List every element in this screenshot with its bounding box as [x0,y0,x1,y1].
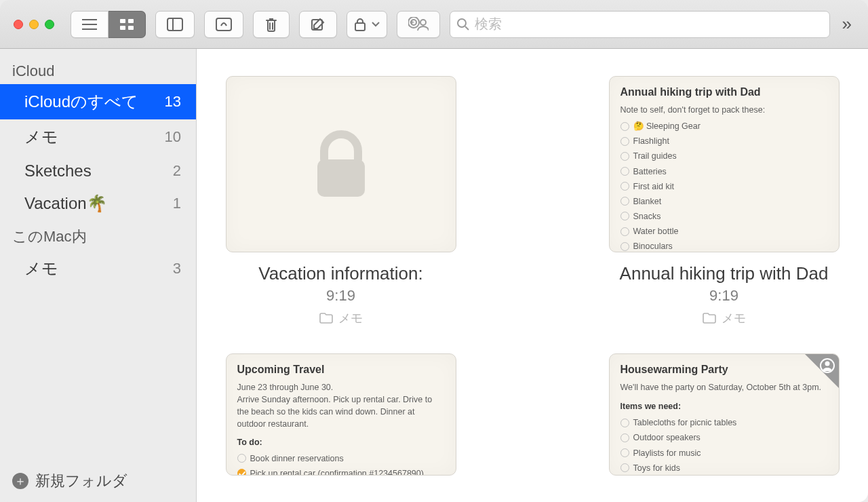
sidebar-section-header: このMac内 [0,220,196,251]
svg-rect-9 [216,18,231,31]
list-view-button[interactable] [71,11,108,38]
compose-note-button[interactable] [299,11,337,38]
note-folder: メモ [703,310,746,326]
lock-icon [354,18,366,31]
folder-count: 2 [173,162,181,180]
note-card-locked [226,76,456,252]
note-card: Annual hiking trip with Dad Note to self… [609,76,840,252]
sidebar-folder-local-notes[interactable]: メモ 3 [0,251,196,286]
card-checklist: 🤔 Sleeping Gear Flashlight Trail guides … [620,119,828,252]
svg-point-15 [420,20,426,25]
list-icon [82,18,97,31]
notes-grid: Vacation information: 9:19 メモ Annual hik… [197,49,868,502]
add-person-icon: + [408,17,429,32]
svg-rect-6 [128,26,134,30]
card-subhead: To do: [237,438,262,447]
plus-circle-icon: ＋ [12,473,28,489]
attachments-button[interactable] [204,11,243,38]
note-title: Vacation information: [258,263,422,284]
note-tile[interactable]: Upcoming Travel June 23 through June 30.… [224,353,458,476]
search-icon [457,18,469,31]
svg-point-16 [458,19,466,27]
sidebar: iCloud iCloudのすべて 13 メモ 10 Sketches 2 Va… [0,49,197,502]
folder-label: iCloudのすべて [24,91,138,113]
sidebar-folder-notes[interactable]: メモ 10 [0,119,196,155]
folder-icon [703,313,716,324]
close-window-button[interactable] [14,20,23,29]
search-field[interactable] [450,11,830,38]
lock-icon [311,127,372,201]
folder-label: メモ [24,126,58,148]
lock-note-button[interactable] [347,11,387,38]
folder-label: Vacation🌴 [24,194,107,213]
svg-point-20 [825,362,829,366]
chevrons-right-icon: » [842,14,852,34]
search-input[interactable] [475,16,823,32]
card-body-line: Arrive Sunday afternoon. Pick up rental … [237,393,445,430]
note-folder: メモ [319,310,363,326]
window-controls [14,20,54,29]
grid-view-button[interactable] [108,11,146,38]
sidebar-folder-sketches[interactable]: Sketches 2 [0,155,196,187]
folder-label: メモ [24,258,58,279]
note-card: Upcoming Travel June 23 through June 30.… [226,353,456,476]
svg-rect-18 [317,159,365,197]
sidebar-icon [167,18,183,31]
note-tile[interactable]: Housewarming Party We'll have the party … [607,353,841,476]
new-folder-button[interactable]: ＋ 新規フォルダ [0,460,196,502]
svg-text:+: + [410,18,414,27]
card-title: Housewarming Party [620,364,828,376]
card-title: Annual hiking trip with Dad [620,86,828,98]
card-checklist: Book dinner reservations Pick up rental … [237,451,445,476]
sidebar-folder-vacation[interactable]: Vacation🌴 1 [0,187,196,220]
note-tile[interactable]: Annual hiking trip with Dad Note to self… [607,76,841,326]
folder-count: 3 [173,260,181,277]
collaborate-button[interactable]: + [397,11,440,38]
svg-line-17 [465,26,469,30]
toolbar-overflow-button[interactable]: » [840,14,854,35]
svg-rect-4 [128,19,134,23]
compose-icon [311,17,326,32]
note-time: 9:19 [709,287,738,305]
card-body-line: We'll have the party on Saturday, Octobe… [620,381,828,393]
card-title: Upcoming Travel [237,364,445,376]
note-card: Housewarming Party We'll have the party … [609,353,840,476]
paperclip-icon [216,18,232,31]
card-subhead: Items we need: [620,402,682,411]
sidebar-folder-all-icloud[interactable]: iCloudのすべて 13 [0,84,196,119]
svg-rect-3 [120,19,125,23]
new-folder-label: 新規フォルダ [35,471,127,491]
folder-count: 10 [165,128,181,146]
note-time: 9:19 [326,287,355,305]
toggle-sidebar-button[interactable] [155,11,195,38]
note-title: Annual hiking trip with Dad [620,263,829,284]
delete-note-button[interactable] [253,11,290,38]
chevron-down-icon [372,22,380,27]
sidebar-section-header: iCloud [0,56,196,84]
view-mode-segment [71,11,146,38]
person-circle-icon [820,358,835,373]
trash-icon [264,17,278,32]
folder-count: 1 [173,195,181,212]
folder-label: Sketches [24,161,92,180]
note-tile[interactable]: Vacation information: 9:19 メモ [224,76,458,326]
folder-count: 13 [165,93,181,111]
toolbar: + » [0,0,868,49]
fullscreen-window-button[interactable] [45,20,54,29]
svg-rect-5 [120,26,125,30]
card-body-line: Note to self, don't forget to pack these… [620,104,828,116]
svg-rect-11 [355,23,365,31]
minimize-window-button[interactable] [29,20,39,29]
card-checklist: Tablecloths for picnic tables Outdoor sp… [620,415,828,476]
folder-icon [319,313,333,324]
card-body-line: June 23 through June 30. [237,381,445,393]
grid-icon [119,18,134,31]
svg-rect-7 [167,18,182,31]
